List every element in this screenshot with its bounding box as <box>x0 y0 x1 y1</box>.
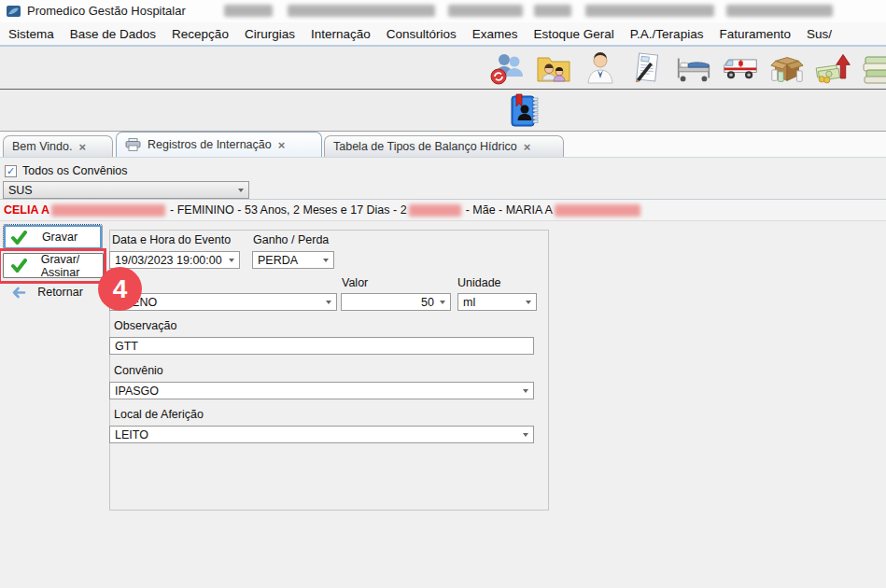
unidade-label: Unidade <box>457 276 501 289</box>
redacted-text <box>288 5 435 17</box>
chevron-down-icon <box>440 301 445 304</box>
doctor-icon[interactable] <box>582 51 619 85</box>
redacted-patient-id <box>409 204 461 217</box>
tab-registros-de-internacao[interactable]: Registros de Internação × <box>116 132 322 157</box>
stock-box-icon[interactable] <box>768 51 806 85</box>
check-icon <box>11 259 27 273</box>
valor-input[interactable]: 50 <box>341 293 451 311</box>
unidade-select[interactable]: ml <box>457 293 537 311</box>
menu-estoque-geral[interactable]: Estoque Geral <box>534 27 614 41</box>
chevron-down-icon <box>229 259 234 262</box>
address-book-icon[interactable] <box>510 93 540 129</box>
patient-demographics: - FEMININO - 53 Anos, 2 Meses e 17 Dias … <box>170 203 407 217</box>
data-hora-label: Data e Hora do Evento <box>112 233 231 246</box>
chevron-down-icon <box>326 301 331 304</box>
sync-patients-icon[interactable] <box>488 51 526 85</box>
patient-info-bar: CELIA A - FEMININO - 53 Anos, 2 Meses e … <box>0 200 886 221</box>
back-arrow-icon <box>10 287 26 299</box>
convenios-panel: ✓ Todos os Convênios SUS <box>0 157 886 200</box>
close-icon[interactable]: × <box>278 139 286 151</box>
menu-bar: Sistema Base de Dados Recepção Cirurgias… <box>0 22 886 47</box>
redacted-patient-name <box>51 204 165 217</box>
patients-folder-icon[interactable] <box>535 51 572 85</box>
chevron-down-icon <box>238 189 244 192</box>
observacao-label: Observação <box>114 319 176 332</box>
title-bar: Promedico Gestão Hospitalar <box>0 0 886 22</box>
chevron-down-icon <box>523 433 528 437</box>
tab-bem-vindo[interactable]: Bem Vindo. × <box>3 135 113 157</box>
app-window: Promedico Gestão Hospitalar Sistema Base… <box>0 0 886 588</box>
main-toolbar <box>0 47 886 90</box>
menu-base-de-dados[interactable]: Base de Dados <box>70 27 156 41</box>
menu-faturamento[interactable]: Faturamento <box>719 27 791 41</box>
todos-convenios-label: Todos os Convênios <box>22 164 128 177</box>
menu-cirurgias[interactable]: Cirurgias <box>245 27 295 41</box>
tab-bar: Bem Vindo. × Registros de Internação × T… <box>0 132 886 157</box>
patient-name: CELIA A <box>4 203 49 217</box>
promedico-logo-icon <box>6 4 21 19</box>
secondary-toolbar <box>0 91 886 132</box>
local-afericao-label: Local de Aferição <box>114 408 204 421</box>
chevron-down-icon <box>523 389 528 393</box>
close-icon[interactable]: × <box>78 141 86 153</box>
ambulance-icon[interactable] <box>722 51 759 85</box>
menu-pa-terapias[interactable]: P.A./Terapias <box>630 27 704 41</box>
redacted-text <box>726 5 833 17</box>
money-stack-icon[interactable] <box>862 51 886 85</box>
menu-exames[interactable]: Exames <box>472 27 518 41</box>
close-icon[interactable]: × <box>524 141 531 153</box>
retornar-button[interactable]: Retornar <box>3 282 104 302</box>
todos-convenios-checkbox[interactable]: ✓ <box>5 165 17 177</box>
menu-recepcao[interactable]: Recepção <box>172 27 229 41</box>
menu-sistema[interactable]: Sistema <box>8 27 54 41</box>
document-sign-icon[interactable] <box>628 51 666 85</box>
check-icon <box>11 231 27 245</box>
valor-label: Valor <box>342 276 368 289</box>
convenio-filter-select[interactable]: SUS <box>3 181 249 199</box>
balanco-hidrico-groupbox <box>109 230 549 511</box>
printer-icon <box>125 138 141 151</box>
redacted-text <box>448 5 523 17</box>
chevron-down-icon <box>526 301 531 304</box>
tab-tabela-balanco-hidrico[interactable]: Tabela de Tipos de Balanço Hídrico × <box>324 135 564 157</box>
tipo-balanco-select[interactable]: DRENO <box>109 293 337 311</box>
menu-sus[interactable]: Sus/ <box>807 27 832 41</box>
convenio-label: Convênio <box>114 364 163 377</box>
menu-internacao[interactable]: Internação <box>311 27 371 41</box>
gravar-assinar-button[interactable]: Gravar/ Assinar <box>3 253 104 278</box>
redacted-text <box>534 5 571 17</box>
observacao-input[interactable]: GTT <box>109 337 534 355</box>
ganho-perda-label: Ganho / Perda <box>253 233 329 246</box>
gravar-button[interactable]: Gravar <box>3 224 103 250</box>
window-title: Promedico Gestão Hospitalar <box>27 4 186 18</box>
convenio-select[interactable]: IPASGO <box>109 382 534 399</box>
ganho-perda-select[interactable]: PERDA <box>252 251 334 269</box>
billing-up-icon[interactable] <box>815 51 852 85</box>
data-hora-select[interactable]: 19/03/2023 19:00:00 <box>109 251 240 269</box>
redacted-mother-name <box>555 204 640 217</box>
redacted-text <box>224 5 273 17</box>
hospital-bed-icon[interactable] <box>675 51 712 85</box>
chevron-down-icon <box>323 259 329 262</box>
menu-consultorios[interactable]: Consultórios <box>387 27 457 41</box>
redacted-text <box>585 5 714 17</box>
local-afericao-select[interactable]: LEITO <box>109 426 534 443</box>
patient-mother-label: - Mãe - MARIA A <box>466 203 553 217</box>
